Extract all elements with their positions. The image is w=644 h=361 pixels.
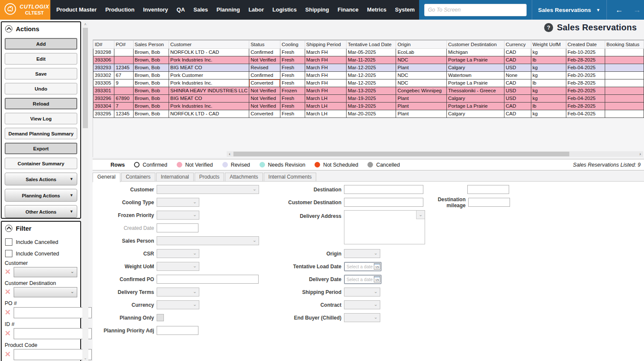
scrollbar-thumb[interactable]	[233, 152, 569, 156]
scrollbar-thumb[interactable]	[83, 28, 88, 128]
contract-dropdown[interactable]: ⌄	[344, 300, 380, 309]
nav-item-metrics[interactable]: Metrics	[363, 0, 391, 20]
sales-actions-menu-button[interactable]: Sales Actions▼	[5, 173, 77, 185]
confirmed-po-input[interactable]	[157, 275, 259, 284]
column-header[interactable]: Weight UofM	[531, 41, 566, 49]
chevron-down-icon[interactable]: ⌄	[82, 356, 88, 360]
clear-filter-icon[interactable]: ✕	[5, 267, 13, 277]
column-header[interactable]: Cooling	[280, 41, 305, 49]
other-actions-menu-button[interactable]: Other Actions▼	[5, 205, 77, 218]
chevron-up-icon[interactable]: ˄	[82, 22, 88, 26]
checkbox-box[interactable]	[5, 238, 12, 246]
clear-filter-icon[interactable]: ✕	[5, 308, 13, 317]
csr-dropdown[interactable]: ⌄	[157, 249, 199, 258]
column-header[interactable]: Sales Person	[133, 41, 169, 49]
sidebar-scrollbar[interactable]: ˄ ⌄	[82, 21, 88, 361]
clear-filter-icon[interactable]: ✕	[5, 329, 13, 338]
save-button[interactable]: Save	[5, 68, 77, 79]
nav-item-logistics[interactable]: Logistics	[268, 0, 301, 20]
app-logo[interactable]: CUTLOGIX CLTEST	[0, 0, 50, 20]
sales-person-dropdown[interactable]: ⌄	[157, 236, 259, 245]
include-cancelled-checkbox[interactable]: Include Cancelled	[5, 238, 77, 246]
column-header[interactable]: Booking Status	[605, 41, 644, 49]
nav-item-qa[interactable]: QA	[172, 0, 189, 20]
tab-general[interactable]: General	[93, 173, 120, 182]
edit-button[interactable]: Edit	[5, 53, 77, 65]
tab-products[interactable]: Products	[195, 173, 224, 182]
nav-item-planning[interactable]: Planning	[212, 0, 244, 20]
table-row[interactable]: 39329312345Brown, BobBIG MEAT CORevisedF…	[93, 64, 644, 72]
product-code-filter-input[interactable]	[14, 349, 92, 360]
tab-international[interactable]: International	[156, 173, 194, 182]
actions-panel-header[interactable]: Actions	[5, 24, 77, 35]
delivery-date-picker[interactable]: Select a date 15	[344, 275, 382, 284]
chevron-down-icon[interactable]: ⌄	[416, 211, 425, 219]
column-header[interactable]: Customer Destintation	[447, 41, 504, 49]
cooling-type-dropdown[interactable]: ⌄	[157, 198, 199, 207]
nav-item-labor[interactable]: Labor	[244, 0, 268, 20]
add-button[interactable]: Add	[5, 38, 77, 50]
table-row[interactable]: 39329667890Brown, BobBIG MEAT CONot Veri…	[93, 95, 644, 103]
calendar-icon[interactable]: 15	[374, 276, 380, 282]
nav-item-inventory[interactable]: Inventory	[139, 0, 172, 20]
destination-mileage-input[interactable]	[468, 198, 510, 207]
table-row[interactable]: 39330267Brown, BobPork CustomerConfirmed…	[93, 72, 644, 79]
tab-containers[interactable]: Containers	[121, 173, 155, 182]
customer-destination-input[interactable]	[344, 198, 423, 207]
nav-item-shipping[interactable]: Shipping	[301, 0, 333, 20]
nav-item-system[interactable]: System	[391, 0, 419, 20]
tab-attachments[interactable]: Attachments	[225, 173, 263, 182]
destination-input[interactable]	[344, 185, 423, 194]
column-header[interactable]: ID#	[93, 41, 114, 49]
customer-filter-select[interactable]: ⌄	[14, 267, 77, 277]
nav-item-sales[interactable]: Sales	[189, 0, 212, 20]
po-filter-input[interactable]	[14, 307, 92, 318]
clear-filter-icon[interactable]: ✕	[5, 288, 13, 297]
chevron-left-icon[interactable]: ‹	[227, 151, 233, 157]
clear-filter-icon[interactable]: ✕	[5, 350, 13, 359]
table-row[interactable]: 3933059Brown, BobPork Industries Inc.Con…	[93, 79, 644, 87]
column-header[interactable]: Created Date	[566, 41, 605, 49]
go-to-screen-input[interactable]	[424, 4, 527, 16]
help-icon[interactable]: ?	[544, 23, 553, 32]
frozen-priority-dropdown[interactable]: ⌄	[157, 211, 199, 220]
customer-dropdown[interactable]: ⌄	[157, 185, 259, 194]
planning-only-checkbox[interactable]	[157, 314, 164, 321]
shipping-period-dropdown[interactable]: ⌄	[344, 288, 380, 296]
include-converted-checkbox[interactable]: Include Converted	[5, 250, 77, 257]
checkbox-box[interactable]	[5, 250, 12, 257]
weight-uom-dropdown[interactable]: ⌄	[157, 262, 199, 271]
forward-arrow-icon[interactable]: →	[628, 0, 644, 20]
delivery-terms-dropdown[interactable]: ⌄	[157, 288, 199, 296]
demand-planning-summary-button[interactable]: Demand Planning Summary	[5, 128, 77, 139]
currency-dropdown[interactable]: ⌄	[157, 300, 199, 309]
destination-extra-input[interactable]	[467, 185, 509, 194]
undo-button[interactable]: Undo	[5, 83, 77, 94]
export-button[interactable]: Export	[5, 143, 77, 154]
end-buyer-chilled-dropdown[interactable]: ⌄	[344, 313, 380, 322]
nav-item-product-master[interactable]: Product Master	[52, 0, 101, 20]
table-row[interactable]: 3933047Brown, BobPork Industries Inc.Not…	[93, 103, 644, 110]
delivery-address-textarea[interactable]: ⌄	[344, 210, 425, 244]
column-header[interactable]: Tentative Load Date	[347, 41, 396, 49]
planning-actions-menu-button[interactable]: Planning Actions▼	[5, 189, 77, 202]
origin-dropdown[interactable]: ⌄	[344, 249, 380, 258]
column-header[interactable]: Shipping Period	[305, 41, 346, 49]
planning-priority-adj-input[interactable]	[157, 326, 198, 335]
container-summary-button[interactable]: Container Summary	[5, 158, 77, 169]
view-log-button[interactable]: View Log	[5, 113, 77, 124]
column-header[interactable]: Currency	[504, 41, 531, 49]
table-row[interactable]: 393306Brown, BobPork Industries Inc.Not …	[93, 56, 644, 64]
tentative-load-date-picker[interactable]: Select a date 15	[344, 262, 382, 271]
id-filter-input[interactable]	[14, 328, 92, 339]
customer-destination-filter-select[interactable]: ⌄	[14, 287, 77, 297]
screen-selector-dropdown[interactable]: Sales Reservations ▼	[532, 0, 606, 20]
nav-item-production[interactable]: Production	[101, 0, 139, 20]
table-row[interactable]: 393298Brown, BobNORFOLK LTD - CADConfirm…	[93, 49, 644, 56]
filter-panel-header[interactable]: Filter	[5, 223, 77, 234]
calendar-icon[interactable]: 15	[374, 263, 380, 270]
table-row[interactable]: 393301Brown, BobSHINRA HEAVY INDUSTRIES …	[93, 87, 644, 95]
column-header[interactable]: Origin	[396, 41, 447, 49]
tab-internal-comments[interactable]: Internal Comments	[264, 173, 316, 182]
reload-button[interactable]: Reload	[5, 98, 77, 109]
